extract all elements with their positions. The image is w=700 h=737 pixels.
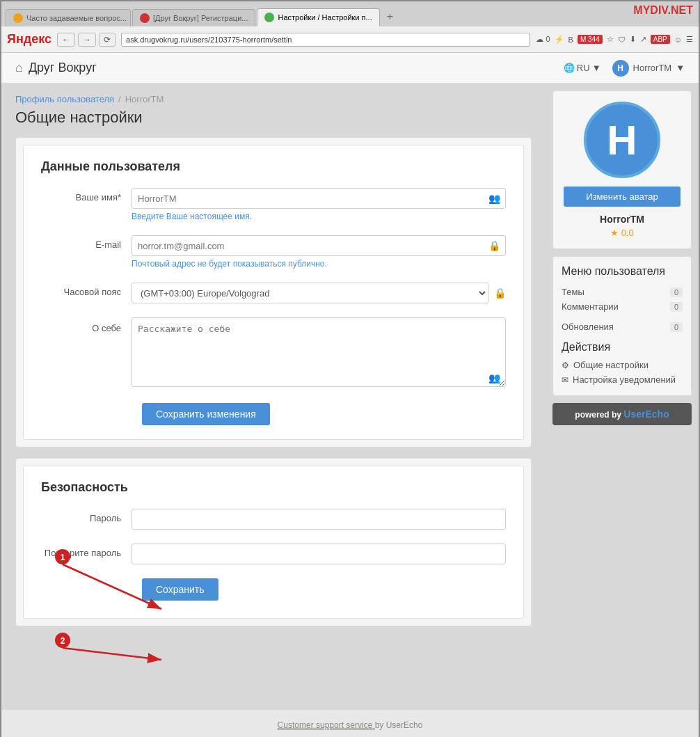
email-input[interactable] (132, 235, 506, 256)
about-people-icon: 👥 (488, 372, 500, 383)
powered-by-text: powered by (575, 410, 623, 420)
new-tab-button[interactable]: + (381, 7, 399, 26)
user-data-panel-inner: Данные пользователя Ваше имя* 👥 Введите … (23, 145, 524, 440)
forward-button[interactable]: → (78, 33, 96, 47)
breadcrumb-current: HorrorTM (125, 94, 164, 104)
save-password-button[interactable]: Сохранить (142, 578, 218, 601)
user-echo-label: UserEcho (623, 409, 669, 420)
user-data-title: Данные пользователя (41, 159, 506, 174)
email-label: E-mail (41, 235, 132, 250)
confirm-password-field-row: Повторите пароль (41, 544, 506, 564)
footer-text: Customer support service (278, 720, 373, 730)
reload-button[interactable]: ⟳ (99, 33, 116, 47)
user-data-panel: Данные пользователя Ваше имя* 👥 Введите … (15, 137, 532, 447)
breadcrumb: Профиль пользователя / HorrorTM (15, 94, 532, 104)
notifications-action-label: Настройка уведомлений (573, 374, 676, 385)
breadcrumb-parent[interactable]: Профиль пользователя (15, 94, 114, 104)
timezone-field-wrap: (GMT+03:00) Europe/Volgograd 🔒 (132, 283, 506, 303)
tab-faq[interactable]: Часто задаваемые вопрос... (6, 9, 131, 26)
lang-chevron: ▼ (592, 63, 601, 73)
name-label: Ваше имя* (41, 188, 132, 203)
email-hint: Почтовый адрес не будет показываться пуб… (132, 259, 506, 269)
sidebar-username: HorrorTM (564, 214, 681, 225)
username-header: HorrorTM (633, 63, 672, 73)
tab-label-settings: Настройки / Настройки п... (278, 13, 372, 22)
tab-gmail[interactable]: [Друг Вокруг] Регистраци... (132, 9, 255, 26)
lang-label: RU (577, 63, 590, 73)
password-field-row: Пароль (41, 509, 506, 530)
confirm-password-input[interactable] (132, 544, 506, 564)
tab-label-gmail: [Друг Вокруг] Регистраци... (153, 14, 248, 22)
app-logo: ⌂ Друг Вокруг (15, 61, 97, 75)
comments-count: 0 (670, 302, 683, 312)
security-panel: Безопасность Пароль Повторите пароль (15, 458, 532, 626)
sidebar-action-notifications[interactable]: ✉ Настройка уведомлений (562, 372, 683, 387)
header-right: 🌐 RU ▼ H HorrorTM ▼ (564, 60, 685, 77)
sidebar-menu-item-updates[interactable]: Обновления 0 (562, 319, 683, 334)
sync-icon: ⚡ (555, 35, 564, 44)
password-input[interactable] (132, 509, 506, 530)
browser-logo: MYDIV.NET (633, 4, 693, 17)
app-header: ⌂ Друг Вокруг 🌐 RU ▼ H HorrorTM ▼ (1, 53, 699, 84)
email-field-wrap: 🔒 Почтовый адрес не будет показываться п… (132, 235, 506, 269)
themes-label: Темы (562, 287, 584, 297)
save-password-wrap: Сохранить (41, 578, 506, 601)
sidebar-menu-item-comments[interactable]: Комментарии 0 (562, 299, 683, 314)
confirm-password-field-wrap (132, 544, 506, 564)
tab-icon-faq (13, 13, 23, 23)
sidebar-rating: ★ 0.0 (564, 228, 681, 238)
download-icon: ⬇ (630, 35, 636, 44)
star-icon: ☆ (607, 35, 614, 44)
about-textarea[interactable] (132, 317, 506, 387)
about-field-row: О себе 👥 (41, 317, 506, 389)
tab-icon-gmail (140, 13, 150, 23)
about-field-wrap: 👥 (132, 317, 506, 389)
name-input[interactable] (132, 188, 506, 209)
powered-by-banner: powered by UserEcho (552, 403, 692, 425)
globe-icon: 🌐 (564, 63, 575, 73)
password-field-wrap (132, 509, 506, 530)
nav-bar: Яндекс ← → ⟳ ☁ 0 ⚡ B M 344 ☆ 🛡 ⬇ ↗ ABP ☺… (1, 26, 699, 53)
timezone-row: (GMT+03:00) Europe/Volgograd 🔒 (132, 283, 506, 303)
timezone-field-row: Часовой пояс (GMT+03:00) Europe/Volgogra… (41, 283, 506, 303)
address-bar[interactable] (121, 33, 530, 47)
abp-icon: ABP (651, 35, 670, 44)
smiley-icon: ☺ (674, 35, 682, 44)
mail-icon: ✉ (562, 375, 568, 385)
tab-settings[interactable]: Настройки / Настройки п... (257, 8, 379, 26)
updates-row-wrap: Обновления 0 (562, 319, 683, 334)
menu-icon[interactable]: ☰ (686, 35, 693, 44)
password-label: Пароль (41, 509, 132, 523)
save-changes-button[interactable]: Сохранить изменения (142, 403, 270, 425)
tab-label-faq: Часто задаваемые вопрос... (26, 14, 127, 22)
email-field-row: E-mail 🔒 Почтовый адрес не будет показыв… (41, 235, 506, 269)
user-menu-title: Меню пользователя (562, 265, 683, 278)
footer-by: by UserEcho (375, 720, 423, 730)
change-avatar-button[interactable]: Изменить аватар (564, 187, 681, 207)
email-input-wrap: 🔒 (132, 235, 506, 256)
about-textarea-wrap: 👥 (132, 317, 506, 389)
name-field-wrap: 👥 Введите Ваше настоящее имя. (132, 188, 506, 221)
lock-icon: 🔒 (488, 240, 500, 251)
gmail-count: M 344 (578, 35, 603, 44)
gear-icon: ⚙ (562, 360, 569, 370)
confirm-password-label: Повторите пароль (41, 544, 132, 558)
shield-icon: 🛡 (618, 35, 626, 44)
timezone-select[interactable]: (GMT+03:00) Europe/Volgograd (132, 283, 488, 303)
sidebar-menu-item-themes[interactable]: Темы 0 (562, 285, 683, 299)
footer-link[interactable]: Customer support service (278, 720, 375, 730)
page-footer: Customer support service by UserEcho (1, 710, 699, 737)
language-button[interactable]: 🌐 RU ▼ (564, 63, 601, 73)
user-menu-button[interactable]: H HorrorTM ▼ (612, 60, 685, 77)
settings-action-label: Общие настройки (573, 360, 649, 370)
actions-title: Действия (562, 341, 683, 354)
security-panel-inner: Безопасность Пароль Повторите пароль (23, 466, 524, 619)
back-button[interactable]: ← (57, 33, 75, 47)
avatar: H (584, 102, 660, 178)
avatar-card: H Изменить аватар HorrorTM ★ 0.0 (552, 90, 692, 249)
timezone-lock-icon: 🔒 (494, 287, 506, 299)
sidebar-action-settings[interactable]: ⚙ Общие настройки (562, 358, 683, 372)
breadcrumb-separator: / (118, 94, 121, 104)
name-hint: Введите Ваше настоящее имя. (132, 212, 506, 221)
weather-icon: ☁ 0 (536, 35, 550, 44)
